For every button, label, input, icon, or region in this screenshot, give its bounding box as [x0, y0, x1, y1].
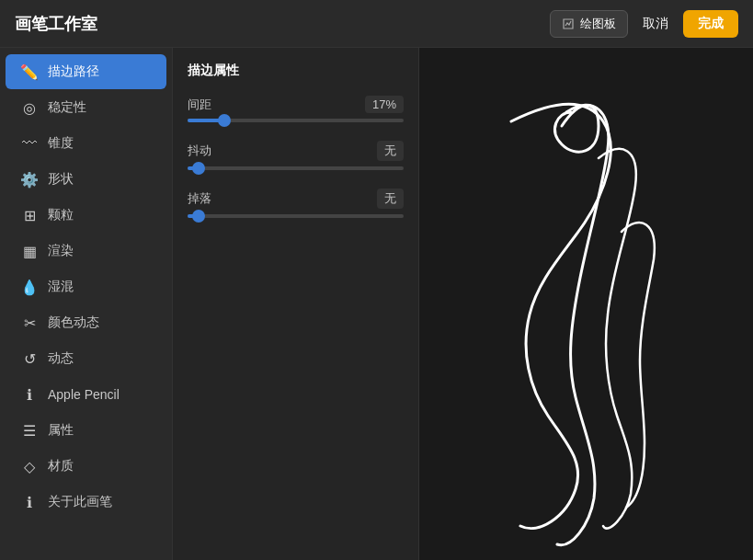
sidebar-item-material[interactable]: ◇ 材质: [6, 449, 166, 484]
sidebar-label-render: 渲染: [48, 243, 74, 259]
main-layout: ✏️ 描边路径 ◎ 稳定性 〰 锥度 ⚙️ 形状 ⊞ 颗粒 ▦ 渲染 💧 湿混 …: [0, 48, 753, 560]
cancel-button[interactable]: 取消: [643, 16, 668, 32]
slider-label-2: 掉落: [188, 190, 211, 207]
sidebar-label-color-dynamics: 颜色动态: [48, 314, 99, 331]
brush-stroke-preview: [419, 48, 753, 560]
sidebar-icon-taper: 〰: [20, 134, 39, 153]
slider-header-0: 间距 17%: [188, 96, 404, 113]
panel-title: 描边属性: [188, 63, 404, 79]
slider-thumb-1[interactable]: [192, 162, 205, 175]
sidebar-icon-shape: ⚙️: [20, 170, 39, 189]
slider-label-1: 抖动: [188, 143, 211, 159]
slider-header-1: 抖动 无: [188, 141, 404, 161]
sidebar-icon-apple-pencil: ℹ: [20, 385, 39, 404]
sidebar-item-about[interactable]: ℹ 关于此画笔: [6, 485, 166, 520]
canvas-area: [419, 48, 753, 560]
sidebar-icon-properties: ☰: [20, 421, 39, 440]
sidebar-icon-material: ◇: [20, 457, 39, 475]
sidebar-item-stroke-path[interactable]: ✏️ 描边路径: [6, 54, 166, 89]
sidebar-item-dynamics[interactable]: ↺ 动态: [6, 341, 166, 376]
sidebar-item-stability[interactable]: ◎ 稳定性: [6, 90, 166, 125]
sidebar-item-taper[interactable]: 〰 锥度: [6, 126, 166, 161]
sidebar-icon-stability: ◎: [20, 98, 39, 117]
slider-row-1: 抖动 无: [188, 141, 404, 170]
sidebar-item-shape[interactable]: ⚙️ 形状: [6, 162, 166, 197]
sidebar-label-stroke-path: 描边路径: [48, 63, 99, 80]
sidebar: ✏️ 描边路径 ◎ 稳定性 〰 锥度 ⚙️ 形状 ⊞ 颗粒 ▦ 渲染 💧 湿混 …: [0, 48, 173, 560]
topbar: 画笔工作室 绘图板 取消 完成: [0, 0, 753, 48]
sidebar-label-grain: 颗粒: [48, 207, 74, 223]
sidebar-icon-dynamics: ↺: [20, 349, 39, 368]
topbar-actions: 绘图板 取消 完成: [550, 10, 738, 38]
slider-value-2: 无: [377, 189, 404, 209]
slider-track-1[interactable]: [188, 166, 404, 170]
slider-thumb-0[interactable]: [218, 114, 231, 127]
sidebar-label-apple-pencil: Apple Pencil: [48, 387, 120, 402]
sidebar-icon-color-dynamics: ✂: [20, 314, 39, 332]
app-title: 画笔工作室: [15, 13, 97, 35]
slider-label-0: 间距: [188, 97, 211, 113]
slider-value-1: 无: [377, 141, 404, 161]
sidebar-label-shape: 形状: [48, 171, 74, 188]
sidebar-label-stability: 稳定性: [48, 99, 86, 116]
sidebar-icon-render: ▦: [20, 242, 39, 260]
slider-track-2[interactable]: [188, 214, 404, 218]
done-button[interactable]: 完成: [683, 10, 738, 38]
sidebar-item-apple-pencil[interactable]: ℹ Apple Pencil: [6, 377, 166, 412]
sidebar-label-dynamics: 动态: [48, 350, 74, 367]
sidebar-label-about: 关于此画笔: [48, 494, 112, 510]
slider-header-2: 掉落 无: [188, 189, 404, 209]
sidebar-item-properties[interactable]: ☰ 属性: [6, 413, 166, 448]
sidebar-label-properties: 属性: [48, 422, 74, 439]
sidebar-item-color-dynamics[interactable]: ✂ 颜色动态: [6, 305, 166, 340]
sidebar-icon-grain: ⊞: [20, 206, 39, 224]
slider-thumb-2[interactable]: [192, 210, 205, 223]
sidebar-label-taper: 锥度: [48, 135, 74, 152]
slider-value-0: 17%: [365, 96, 404, 113]
sidebar-icon-about: ℹ: [20, 493, 39, 511]
draw-board-button[interactable]: 绘图板: [550, 10, 628, 38]
sidebar-item-render[interactable]: ▦ 渲染: [6, 234, 166, 269]
sidebar-item-grain[interactable]: ⊞ 颗粒: [6, 198, 166, 233]
sidebar-label-material: 材质: [48, 458, 74, 474]
slider-row-2: 掉落 无: [188, 189, 404, 218]
sidebar-icon-wet-mix: 💧: [20, 278, 39, 296]
sidebar-item-wet-mix[interactable]: 💧 湿混: [6, 269, 166, 304]
slider-row-0: 间距 17%: [188, 96, 404, 122]
draw-board-icon: [562, 17, 575, 30]
slider-track-0[interactable]: [188, 119, 404, 122]
properties-panel: 描边属性 间距 17% 抖动 无 掉落 无: [173, 48, 419, 560]
sidebar-icon-stroke-path: ✏️: [20, 63, 39, 81]
sidebar-label-wet-mix: 湿混: [48, 279, 74, 295]
